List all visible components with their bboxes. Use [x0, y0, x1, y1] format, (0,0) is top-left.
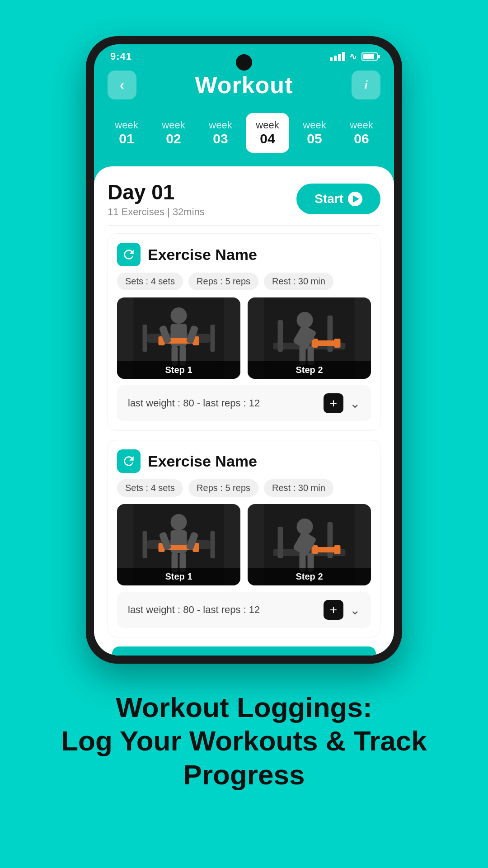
step-1-image[interactable]: Step 1: [117, 297, 240, 379]
svg-point-4: [171, 307, 187, 324]
exercise-tags-2: Sets : 4 sets Reps : 5 reps Rest : 30 mi…: [117, 479, 371, 497]
play-icon: [348, 192, 362, 206]
divider: [108, 225, 380, 226]
last-weight-text-2: last weight : 80 - last reps : 12: [128, 604, 260, 616]
week-number: 02: [166, 131, 181, 146]
step-4-label: Step 2: [248, 568, 371, 585]
week-number: 06: [354, 131, 369, 146]
last-weight-bar-1: last weight : 80 - last reps : 12 + ⌄: [117, 385, 371, 421]
day-title: Day 01: [108, 180, 205, 204]
svg-rect-46: [334, 545, 341, 554]
status-icons: ∿: [330, 51, 378, 62]
add-log-button-2[interactable]: +: [324, 600, 343, 620]
exercise-name-1: Exercise Name: [148, 246, 257, 264]
week-number: 05: [307, 131, 322, 146]
phone-screen: 9:41 ∿ ‹ Wor: [94, 44, 394, 656]
wifi-icon: ∿: [349, 51, 357, 62]
week-item-01[interactable]: week 01: [105, 113, 148, 153]
svg-rect-2: [143, 325, 147, 352]
svg-rect-28: [211, 531, 215, 558]
phone-shell: 9:41 ∿ ‹ Wor: [86, 36, 402, 664]
week-item-04[interactable]: week 04: [246, 113, 289, 153]
bottom-title-text: Workout Loggings:Log Your Workouts & Tra…: [61, 692, 427, 790]
last-weight-actions-2: + ⌄: [324, 600, 360, 620]
plus-icon-2: +: [330, 604, 337, 616]
refresh-icon-2: [122, 454, 136, 468]
camera-notch: [236, 54, 252, 71]
bottom-text-section: Workout Loggings:Log Your Workouts & Tra…: [0, 664, 488, 819]
third-card-peek: [112, 646, 376, 656]
last-weight-text-1: last weight : 80 - last reps : 12: [128, 397, 260, 409]
day-meta: 11 Exercises | 32mins: [108, 206, 205, 218]
day-header: Day 01 11 Exercises | 32mins Start: [108, 180, 380, 218]
week-item-06[interactable]: week 06: [340, 113, 383, 153]
step-2-label: Step 2: [248, 361, 371, 379]
start-label: Start: [314, 192, 343, 206]
step-4-image[interactable]: Step 2: [248, 504, 371, 585]
svg-rect-16: [278, 320, 283, 352]
tag-sets-2: Sets : 4 sets: [117, 479, 183, 497]
last-weight-bar-2: last weight : 80 - last reps : 12 + ⌄: [117, 592, 371, 628]
start-button[interactable]: Start: [296, 184, 380, 214]
exercise-header-2: Exercise Name: [117, 449, 371, 473]
week-number: 03: [213, 131, 228, 146]
tag-sets-1: Sets : 4 sets: [117, 273, 183, 290]
svg-rect-27: [143, 531, 147, 558]
exercise-name-2: Exercise Name: [148, 453, 257, 470]
svg-rect-21: [334, 339, 341, 348]
step-3-label: Step 1: [117, 568, 240, 585]
week-label: week: [162, 119, 185, 131]
week-label: week: [256, 119, 279, 131]
step-images-1: Step 1: [117, 297, 371, 379]
tag-rest-2: Rest : 30 min: [264, 479, 333, 497]
expand-button-2[interactable]: ⌄: [350, 603, 360, 618]
exercise-tags-1: Sets : 4 sets Reps : 5 reps Rest : 30 mi…: [117, 273, 371, 290]
week-label: week: [350, 119, 373, 131]
plus-icon-1: +: [330, 397, 337, 410]
back-icon: ‹: [120, 77, 124, 93]
week-number: 04: [260, 131, 275, 146]
add-log-button-1[interactable]: +: [324, 393, 343, 413]
exercise-card-2: Exercise Name Sets : 4 sets Reps : 5 rep…: [108, 440, 380, 637]
app-header: ‹ Workout i: [94, 66, 394, 108]
bottom-title: Workout Loggings:Log Your Workouts & Tra…: [36, 691, 452, 792]
exercise-icon-1: [117, 243, 141, 266]
last-weight-actions-1: + ⌄: [324, 393, 360, 413]
exercise-header-1: Exercise Name: [117, 243, 371, 266]
info-icon: i: [365, 79, 368, 91]
week-item-05[interactable]: week 05: [293, 113, 336, 153]
svg-rect-3: [211, 325, 215, 352]
step-3-image[interactable]: Step 1: [117, 504, 240, 585]
main-content: Day 01 11 Exercises | 32mins Start: [94, 166, 394, 656]
step-2-image[interactable]: Step 2: [248, 297, 371, 379]
week-item-03[interactable]: week 03: [199, 113, 242, 153]
week-label: week: [209, 119, 232, 131]
week-number: 01: [119, 131, 134, 146]
back-button[interactable]: ‹: [108, 71, 136, 99]
signal-icon: [330, 52, 345, 61]
svg-rect-41: [278, 527, 283, 558]
day-info: Day 01 11 Exercises | 32mins: [108, 180, 205, 218]
step-1-label: Step 1: [117, 361, 240, 379]
tag-reps-1: Reps : 5 reps: [188, 273, 258, 290]
exercise-card-1: Exercise Name Sets : 4 sets Reps : 5 rep…: [108, 233, 380, 431]
svg-rect-40: [328, 522, 333, 558]
week-selector: week 01 week 02 week 03 week 04 week 05 …: [94, 108, 394, 166]
expand-button-1[interactable]: ⌄: [350, 396, 360, 411]
week-label: week: [115, 119, 138, 131]
exercise-icon-2: [117, 449, 141, 473]
tag-reps-2: Reps : 5 reps: [188, 479, 258, 497]
battery-icon: [361, 52, 378, 61]
refresh-icon: [122, 247, 136, 262]
status-time: 9:41: [110, 51, 132, 62]
tag-rest-1: Rest : 30 min: [264, 273, 333, 290]
info-button[interactable]: i: [352, 71, 380, 99]
week-item-02[interactable]: week 02: [152, 113, 195, 153]
svg-rect-15: [328, 316, 333, 352]
week-label: week: [303, 119, 326, 131]
step-images-2: Step 1: [117, 504, 371, 585]
svg-point-29: [171, 514, 187, 530]
page-title: Workout: [195, 71, 293, 99]
